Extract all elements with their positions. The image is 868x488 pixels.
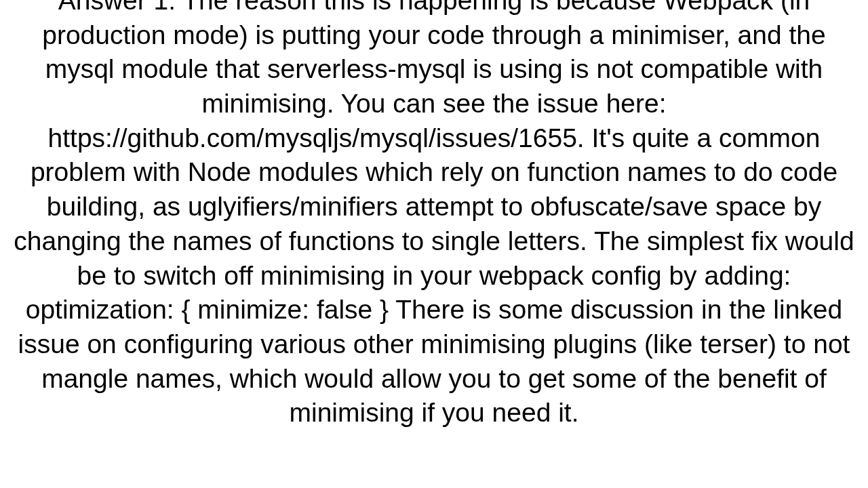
answer-body-text: Answer 1: The reason this is happening i…: [7, 0, 861, 430]
document-page: Answer 1: The reason this is happening i…: [0, 0, 868, 488]
